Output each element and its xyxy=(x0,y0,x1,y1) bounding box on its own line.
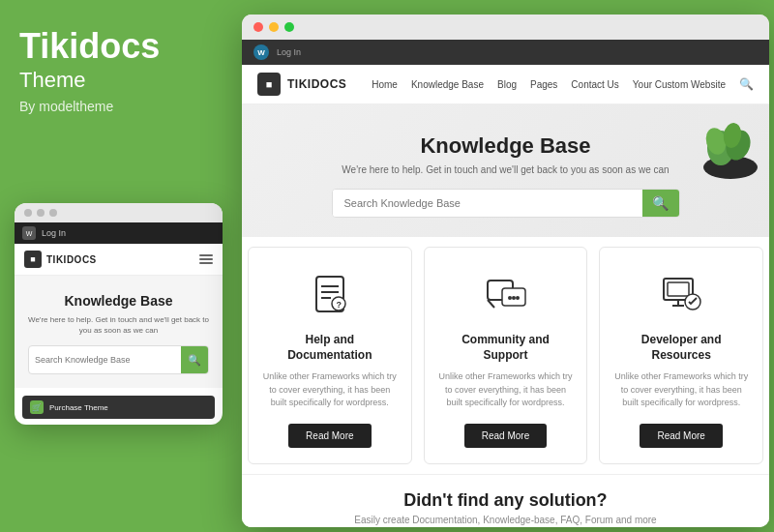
svg-text:?: ? xyxy=(336,300,342,310)
browser-dot-minimize[interactable] xyxy=(269,22,279,32)
cards-section: ? Help and Documentation Unlike other Fr… xyxy=(242,237,769,474)
community-icon xyxy=(483,271,529,317)
browser-addressbar: W Log In xyxy=(242,40,769,65)
help-docs-icon: ? xyxy=(307,271,353,317)
bottom-section: Didn't find any solution? Easily create … xyxy=(242,474,769,527)
browser-dot-maximize[interactable] xyxy=(284,22,294,32)
mobile-mockup: W Log In ■ TIKIDOCS Knowledge Base We're… xyxy=(15,203,223,425)
mockup-logo-area: ■ TIKIDOCS xyxy=(24,251,97,268)
site-logo-area: ■ TIKIDOCS xyxy=(257,73,346,96)
brand-subtitle: Theme xyxy=(19,68,218,93)
menu-bar-1 xyxy=(199,254,213,256)
mockup-dot-2 xyxy=(37,209,45,217)
developer-icon xyxy=(658,271,704,317)
mockup-search-input[interactable] xyxy=(29,350,181,369)
mockup-wp-icon: W xyxy=(22,226,36,240)
mockup-purchase-text: Purchase Theme xyxy=(49,403,108,412)
card-developer: Developer and Resources Unlike other Fra… xyxy=(599,247,763,464)
site-hero: Knowledge Base We're here to help. Get i… xyxy=(242,104,769,237)
site-logo-text: TIKIDOCS xyxy=(287,77,346,91)
mockup-purchase-bar[interactable]: 🛒 Purchase Theme xyxy=(22,396,215,419)
nav-home[interactable]: Home xyxy=(372,79,398,90)
site-search-bar[interactable]: 🔍 xyxy=(332,189,680,218)
site-search-input[interactable] xyxy=(333,190,642,217)
mockup-window-controls xyxy=(15,203,223,222)
svg-point-17 xyxy=(516,296,520,300)
nav-knowledge-base[interactable]: Knowledge Base xyxy=(411,79,484,90)
mockup-login-text[interactable]: Log In xyxy=(42,228,66,238)
svg-line-13 xyxy=(488,300,494,308)
site-navbar: ■ TIKIDOCS Home Knowledge Base Blog Page… xyxy=(242,65,769,104)
card-2-desc: Unlike other Frameworks which try to cov… xyxy=(438,370,574,410)
bottom-subtitle: Easily create Documentation, Knowledge-b… xyxy=(261,515,750,525)
browser-window: W Log In ■ TIKIDOCS Home Knowledge Base … xyxy=(242,15,769,527)
site-hero-subtitle: We're here to help. Get in touch and we'… xyxy=(261,164,750,175)
card-help-icon-area: ? xyxy=(303,267,357,321)
nav-contact[interactable]: Contact Us xyxy=(571,79,618,90)
mockup-search-bar[interactable]: 🔍 xyxy=(28,345,209,374)
bottom-title: Didn't find any solution? xyxy=(261,490,750,511)
mockup-dot-1 xyxy=(24,209,32,217)
card-community-icon-area xyxy=(479,267,533,321)
card-3-desc: Unlike other Frameworks which try to cov… xyxy=(613,370,749,410)
nav-search-icon[interactable]: 🔍 xyxy=(739,77,754,91)
mockup-logo-text: TIKIDOCS xyxy=(46,254,97,265)
brand-by: By modeltheme xyxy=(19,99,218,114)
mockup-logo-icon: ■ xyxy=(24,251,42,268)
card-1-title: Help and Documentation xyxy=(262,333,398,363)
site-search-button[interactable]: 🔍 xyxy=(642,190,679,217)
nav-custom[interactable]: Your Custom Website xyxy=(633,79,726,90)
mockup-purchase-icon: 🛒 xyxy=(30,400,44,414)
mockup-hero: Knowledge Base We're here to help. Get i… xyxy=(15,276,223,388)
card-3-button[interactable]: Read More xyxy=(640,424,722,448)
card-developer-icon-area xyxy=(654,267,708,321)
site-logo-icon: ■ xyxy=(257,73,281,96)
nav-pages[interactable]: Pages xyxy=(530,79,557,90)
mockup-topbar: W Log In xyxy=(15,222,223,244)
card-3-title: Developer and Resources xyxy=(613,333,749,363)
card-community: Community and Support Unlike other Frame… xyxy=(424,247,588,464)
nav-blog[interactable]: Blog xyxy=(497,79,517,90)
card-2-title: Community and Support xyxy=(438,333,574,363)
card-1-button[interactable]: Read More xyxy=(288,424,371,448)
mockup-dot-3 xyxy=(49,209,57,217)
card-2-button[interactable]: Read More xyxy=(464,424,547,448)
mockup-search-button[interactable]: 🔍 xyxy=(181,346,208,373)
menu-bar-2 xyxy=(199,258,213,260)
svg-point-15 xyxy=(512,296,516,300)
mockup-hero-subtitle: We're here to help. Get in touch and we'… xyxy=(28,314,209,336)
brand-title: Tikidocs xyxy=(19,27,218,66)
menu-bar-3 xyxy=(199,262,213,264)
hero-plant-decoration xyxy=(682,104,759,182)
browser-dot-close[interactable] xyxy=(253,22,263,32)
mockup-hamburger-icon[interactable] xyxy=(199,254,213,264)
svg-point-16 xyxy=(508,296,512,300)
site-hero-title: Knowledge Base xyxy=(261,133,750,159)
card-1-desc: Unlike other Frameworks which try to cov… xyxy=(262,370,398,410)
mockup-hero-title: Knowledge Base xyxy=(28,293,209,309)
svg-rect-19 xyxy=(668,282,689,296)
left-panel: Tikidocs Theme By modeltheme W Log In ■ … xyxy=(0,0,237,532)
browser-wp-icon: W xyxy=(253,44,269,60)
mockup-navbar: ■ TIKIDOCS xyxy=(15,244,223,276)
browser-address-text[interactable]: Log In xyxy=(277,47,758,57)
card-help-docs: ? Help and Documentation Unlike other Fr… xyxy=(248,247,412,464)
browser-topbar xyxy=(242,15,769,40)
